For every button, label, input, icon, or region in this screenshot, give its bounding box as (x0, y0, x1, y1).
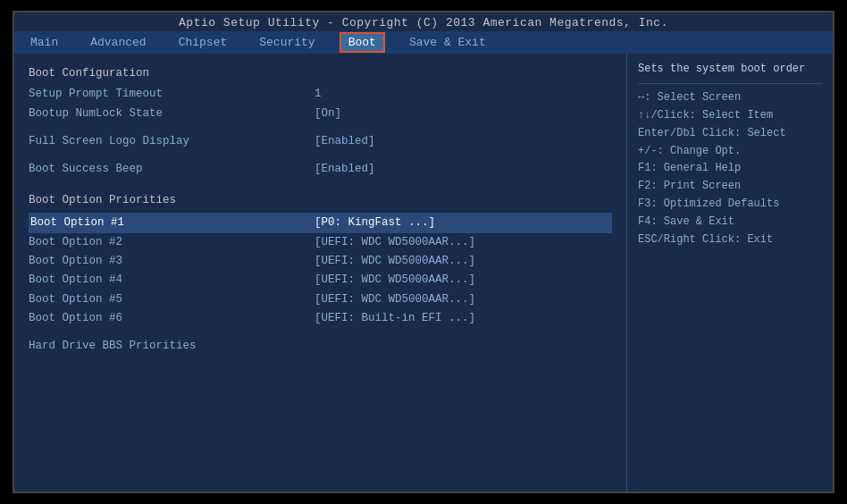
keybind-select-item: ↑↓/Click: Select Item (638, 107, 822, 125)
row-boot-opt6[interactable]: Boot Option #6 [UEFI: Built-in EFI ...] (29, 309, 612, 328)
row-boot-opt5[interactable]: Boot Option #5 [UEFI: WDC WD5000AAR...] (29, 290, 612, 309)
label-boot-opt1: Boot Option #1 (29, 213, 314, 233)
value-boot-opt4: [UEFI: WDC WD5000AAR...] (314, 271, 475, 290)
keybind-select-screen: ↔: Select Screen (638, 89, 822, 107)
label-boot-opt3: Boot Option #3 (29, 252, 314, 271)
right-panel: Sets the system boot order ↔: Select Scr… (627, 54, 833, 491)
label-beep: Boot Success Beep (29, 160, 314, 179)
row-hdd-bbs[interactable]: Hard Drive BBS Priorities (29, 337, 612, 356)
nav-item-save-exit[interactable]: Save & Exit (402, 34, 493, 51)
row-setup-prompt: Setup Prompt Timeout 1 (29, 85, 612, 104)
section-boot-priorities: Boot Option Priorities (29, 191, 612, 210)
nav-item-boot[interactable]: Boot (340, 33, 384, 52)
label-boot-opt6: Boot Option #6 (29, 309, 314, 328)
bios-screen: Aptio Setup Utility - Copyright (C) 2013… (13, 11, 834, 493)
label-logo: Full Screen Logo Display (29, 132, 314, 151)
right-divider (638, 83, 822, 84)
label-setup-prompt: Setup Prompt Timeout (29, 85, 314, 104)
help-text: Sets the system boot order (638, 61, 822, 78)
section-boot-config: Boot Configuration (29, 64, 612, 83)
row-boot-opt1[interactable]: Boot Option #1 [P0: KingFast ...] (29, 213, 612, 233)
nav-item-advanced[interactable]: Advanced (83, 34, 153, 51)
label-boot-opt5: Boot Option #5 (29, 290, 314, 309)
keybind-f1: F1: General Help (638, 160, 822, 178)
value-boot-opt1: [P0: KingFast ...] (314, 214, 435, 232)
value-boot-opt3: [UEFI: WDC WD5000AAR...] (314, 252, 475, 271)
value-logo: [Enabled] (314, 132, 375, 151)
label-boot-opt4: Boot Option #4 (29, 271, 314, 290)
nav-item-security[interactable]: Security (252, 34, 322, 51)
keybind-enter: Enter/Dbl Click: Select (638, 125, 822, 143)
row-boot-opt3[interactable]: Boot Option #3 [UEFI: WDC WD5000AAR...] (29, 252, 612, 271)
row-boot-opt2[interactable]: Boot Option #2 [UEFI: WDC WD5000AAR...] (29, 233, 612, 252)
keybind-f4: F4: Save & Exit (638, 214, 822, 231)
row-beep: Boot Success Beep [Enabled] (29, 160, 612, 179)
label-boot-opt2: Boot Option #2 (29, 233, 314, 252)
label-numlock: Bootup NumLock State (29, 105, 314, 123)
value-boot-opt6: [UEFI: Built-in EFI ...] (314, 309, 475, 328)
value-setup-prompt: 1 (314, 85, 322, 104)
keybind-f3: F3: Optimized Defaults (638, 196, 822, 214)
label-hdd-bbs: Hard Drive BBS Priorities (29, 337, 314, 356)
left-panel: Boot Configuration Setup Prompt Timeout … (14, 54, 627, 491)
nav-bar: Main Advanced Chipset Security Boot Save… (14, 31, 833, 54)
value-boot-opt5: [UEFI: WDC WD5000AAR...] (314, 290, 475, 309)
row-numlock: Bootup NumLock State [On] (29, 105, 612, 123)
value-boot-opt2: [UEFI: WDC WD5000AAR...] (314, 233, 475, 252)
keybind-change-opt: +/-: Change Opt. (638, 143, 822, 161)
row-logo: Full Screen Logo Display [Enabled] (29, 132, 612, 151)
value-numlock: [On] (314, 105, 341, 123)
value-beep: [Enabled] (314, 160, 375, 179)
content-area: Boot Configuration Setup Prompt Timeout … (14, 54, 833, 491)
keybind-f2: F2: Print Screen (638, 178, 822, 196)
nav-item-chipset[interactable]: Chipset (172, 34, 235, 51)
row-boot-opt4[interactable]: Boot Option #4 [UEFI: WDC WD5000AAR...] (29, 271, 612, 290)
nav-item-main[interactable]: Main (23, 34, 65, 51)
keybind-esc: ESC/Right Click: Exit (638, 231, 822, 249)
title-text: Aptio Setup Utility - Copyright (C) 2013… (179, 16, 668, 29)
title-bar: Aptio Setup Utility - Copyright (C) 2013… (14, 13, 833, 31)
keybinds: ↔: Select Screen ↑↓/Click: Select Item E… (638, 89, 822, 248)
